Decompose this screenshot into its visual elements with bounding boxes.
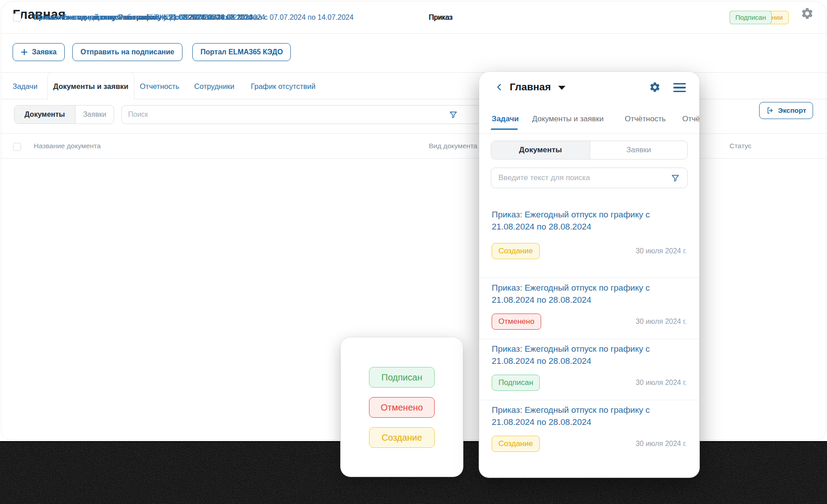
active-tab-underline [491,128,518,130]
status-badge: Подписан [492,375,540,391]
tab-bar: Задачи Документы и заявки Отчетность Сот… [1,72,827,99]
plus-icon [21,49,28,56]
table-header-divider [1,158,827,159]
export-icon [766,106,774,115]
mobile-tab-documents[interactable]: Документы и заявки [532,115,604,124]
mobile-filter-icon[interactable] [671,173,680,183]
status-badge-signed: Подписан [369,367,435,388]
tab-employees[interactable]: Сотрудники [194,73,234,100]
column-header-type: Вид документа [429,142,477,150]
item-date: 30 июля 2024 г. [636,247,687,255]
status-badge: Отменено [492,314,541,330]
hamburger-menu-icon[interactable] [673,83,686,92]
mobile-app-panel: Главная Задачи Документы и заявки Отчётн… [479,72,699,477]
column-header-name: Название документа [34,142,101,150]
send-for-signing-label: Отправить на подписание [80,48,174,56]
screen: Главная Заявка Отправить на подписание П… [0,0,827,504]
mobile-tab-reporting[interactable]: Отчётность [625,115,666,124]
new-request-label: Заявка [32,48,57,56]
mobile-search-box [491,168,688,188]
list-item: Приказ: Ежегодный отпуск по графику с 21… [479,339,699,400]
item-date: 30 июля 2024 г. [636,379,687,387]
status-badge: Подписан [729,11,772,24]
tab-absence-schedule[interactable]: График отсутствий [251,73,316,100]
document-link[interactable]: Приказ: Ежегодный отпуск по графику с 21… [492,208,688,233]
tab-documents-and-requests[interactable]: Документы и заявки [47,72,134,100]
new-request-button[interactable]: Заявка [13,43,65,61]
table-top-divider [1,133,827,134]
portal-label: Портал ELMA365 КЭДО [200,48,283,56]
export-button[interactable]: Экспорт [759,102,813,119]
filter-icon[interactable] [449,110,458,119]
status-legend-card: Подписан Отменено Создание [341,337,463,477]
send-for-signing-button[interactable]: Отправить на подписание [72,43,182,61]
mobile-document-list: Приказ: Ежегодный отпуск по графику с 21… [479,205,699,461]
list-item: Приказ: Ежегодный отпуск по графику с 21… [479,278,699,339]
export-label: Экспорт [778,106,806,115]
status-badge-creation: Создание [369,427,435,448]
mobile-page-title: Главная [510,80,551,94]
list-item: Приказ: Ежегодный отпуск по графику с 21… [479,205,699,278]
select-all-checkbox[interactable] [13,143,21,151]
mobile-toggle-requests[interactable]: Заявки [590,141,687,159]
status-badge: Создание [492,436,540,452]
row-checkbox[interactable] [13,13,21,22]
document-type: Приказ [429,13,453,22]
status-badge: Создание [492,243,540,259]
item-date: 30 июля 2024 г. [636,440,687,448]
tab-reporting[interactable]: Отчетность [140,73,179,100]
document-link[interactable]: Приказ: Ежегодный отпуск по графику с 21… [492,282,688,306]
status-badge-cancelled: Отменено [369,397,435,418]
mobile-settings-gear-icon[interactable] [649,81,661,93]
list-item: Приказ: Ежегодный отпуск по графику с 21… [479,400,699,461]
toggle-requests[interactable]: Заявки [76,106,114,124]
mobile-documents-requests-toggle: Документы Заявки [491,141,688,159]
document-link[interactable]: Приказ: Ежегодный отпуск по графику с 21… [492,343,688,367]
document-link[interactable]: Приказ: Ежегодный отпуск по графику с 21… [492,404,688,428]
mobile-tab-reporting-truncated[interactable]: Отчё [682,115,699,124]
item-date: 30 июля 2024 г. [636,318,687,326]
column-header-status: Статус [729,142,751,150]
mobile-toggle-documents[interactable]: Документы [491,141,590,159]
document-link[interactable]: Приказ: Ежегодный отпуск по графику с 21… [34,13,253,22]
search-input[interactable] [122,106,480,124]
mobile-tab-tasks[interactable]: Задачи [492,115,519,124]
portal-button[interactable]: Портал ELMA365 КЭДО [192,43,291,61]
mobile-search-input[interactable] [491,168,687,188]
chevron-down-icon[interactable] [558,86,565,90]
back-chevron-icon[interactable] [494,82,504,92]
search-box [121,105,481,124]
documents-requests-toggle: Документы Заявки [14,105,114,124]
mobile-tabs-divider [479,133,699,134]
toggle-documents[interactable]: Документы [14,106,76,124]
tab-tasks[interactable]: Задачи [13,73,37,100]
table-row: Приказ: Ежегодный отпуск по графику с 21… [1,1,827,34]
